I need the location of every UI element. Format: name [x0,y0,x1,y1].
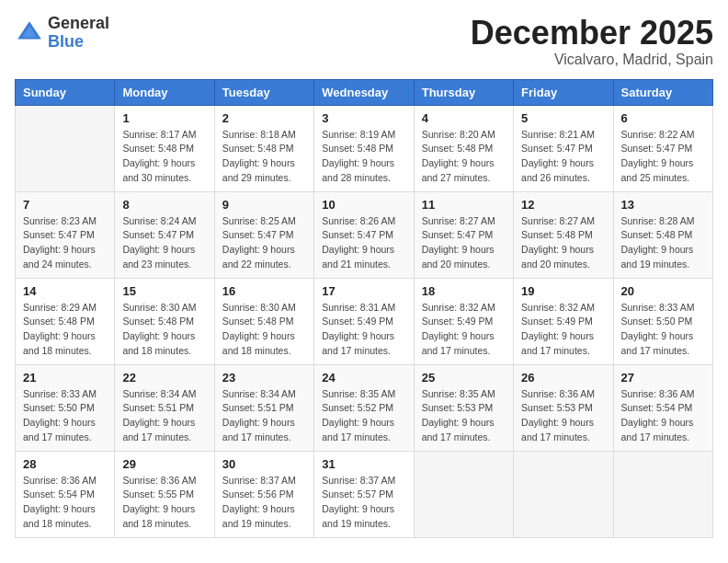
daylight-text-2: and 23 minutes. [122,258,206,272]
calendar-cell: 24Sunrise: 8:35 AMSunset: 5:52 PMDayligh… [314,364,414,451]
daylight-text-2: and 17 minutes. [521,344,605,359]
day-number: 7 [23,198,107,212]
calendar-cell: 9Sunrise: 8:25 AMSunset: 5:47 PMDaylight… [214,191,313,278]
sunset-text: Sunset: 5:47 PM [621,142,705,156]
day-number: 6 [621,111,705,125]
daylight-text-2: and 17 minutes. [422,431,506,445]
calendar-cell: 16Sunrise: 8:30 AMSunset: 5:48 PMDayligh… [214,278,313,364]
calendar-cell: 8Sunrise: 8:24 AMSunset: 5:47 PMDaylight… [115,191,214,278]
day-info: Sunrise: 8:34 AMSunset: 5:51 PMDaylight:… [222,387,306,445]
day-info: Sunrise: 8:33 AMSunset: 5:50 PMDaylight:… [23,387,107,445]
day-number: 23 [222,371,306,385]
calendar-cell: 26Sunrise: 8:36 AMSunset: 5:53 PMDayligh… [514,364,613,451]
logo-blue: Blue [48,33,109,52]
day-number: 19 [521,284,605,298]
sunrise-text: Sunrise: 8:36 AM [23,474,107,488]
logo: General Blue [15,15,109,52]
daylight-text-2: and 17 minutes. [322,431,405,445]
day-number: 27 [621,371,705,385]
day-info: Sunrise: 8:32 AMSunset: 5:49 PMDaylight:… [521,301,605,359]
week-row-2: 7Sunrise: 8:23 AMSunset: 5:47 PMDaylight… [16,191,713,278]
daylight-text: Daylight: 9 hours [422,329,506,344]
sunset-text: Sunset: 5:47 PM [23,228,107,243]
daylight-text: Daylight: 9 hours [521,329,605,344]
sunset-text: Sunset: 5:47 PM [222,228,306,243]
day-number: 17 [322,284,405,298]
sunset-text: Sunset: 5:48 PM [621,228,705,243]
daylight-text-2: and 18 minutes. [122,344,206,359]
daylight-text: Daylight: 9 hours [322,416,405,431]
day-number: 4 [422,111,506,125]
daylight-text-2: and 22 minutes. [222,258,306,272]
daylight-text-2: and 18 minutes. [23,344,107,359]
daylight-text-2: and 17 minutes. [222,431,306,445]
daylight-text-2: and 30 minutes. [122,171,206,186]
calendar-cell: 15Sunrise: 8:30 AMSunset: 5:48 PMDayligh… [115,278,214,364]
day-number: 12 [521,198,605,212]
daylight-text: Daylight: 9 hours [222,156,306,171]
sunrise-text: Sunrise: 8:37 AM [222,474,306,488]
day-number: 3 [322,111,405,125]
logo-text: General Blue [48,15,109,52]
daylight-text: Daylight: 9 hours [122,329,206,344]
daylight-text: Daylight: 9 hours [222,243,306,258]
weekday-header-row: SundayMondayTuesdayWednesdayThursdayFrid… [16,79,713,105]
daylight-text: Daylight: 9 hours [122,243,206,258]
day-number: 14 [23,284,107,298]
daylight-text: Daylight: 9 hours [322,502,405,517]
daylight-text-2: and 17 minutes. [422,344,506,359]
day-info: Sunrise: 8:36 AMSunset: 5:54 PMDaylight:… [23,474,107,532]
calendar-cell [514,451,613,537]
day-info: Sunrise: 8:35 AMSunset: 5:52 PMDaylight:… [322,387,405,445]
day-info: Sunrise: 8:37 AMSunset: 5:57 PMDaylight:… [322,474,405,532]
sunset-text: Sunset: 5:47 PM [122,228,206,243]
weekday-header-friday: Friday [514,79,613,105]
sunset-text: Sunset: 5:54 PM [23,488,107,502]
calendar-cell: 6Sunrise: 8:22 AMSunset: 5:47 PMDaylight… [613,105,712,191]
day-number: 21 [23,371,107,385]
sunset-text: Sunset: 5:48 PM [122,142,206,156]
calendar-cell [613,451,712,537]
day-number: 9 [222,198,306,212]
sunset-text: Sunset: 5:49 PM [422,315,506,329]
week-row-1: 1Sunrise: 8:17 AMSunset: 5:48 PMDaylight… [16,105,713,191]
sunrise-text: Sunrise: 8:34 AM [122,387,206,402]
calendar-cell: 21Sunrise: 8:33 AMSunset: 5:50 PMDayligh… [16,364,115,451]
daylight-text-2: and 17 minutes. [122,431,206,445]
sunrise-text: Sunrise: 8:36 AM [621,387,705,402]
daylight-text-2: and 18 minutes. [222,344,306,359]
day-number: 1 [122,111,206,125]
day-info: Sunrise: 8:27 AMSunset: 5:48 PMDaylight:… [521,214,605,272]
daylight-text: Daylight: 9 hours [122,502,206,517]
sunset-text: Sunset: 5:50 PM [621,315,705,329]
daylight-text-2: and 27 minutes. [422,171,506,186]
sunrise-text: Sunrise: 8:35 AM [322,387,405,402]
weekday-header-saturday: Saturday [613,79,712,105]
day-number: 10 [322,198,405,212]
sunrise-text: Sunrise: 8:24 AM [122,214,206,229]
week-row-5: 28Sunrise: 8:36 AMSunset: 5:54 PMDayligh… [16,451,713,537]
calendar-cell: 20Sunrise: 8:33 AMSunset: 5:50 PMDayligh… [613,278,712,364]
daylight-text-2: and 20 minutes. [521,258,605,272]
sunset-text: Sunset: 5:48 PM [23,315,107,329]
sunset-text: Sunset: 5:49 PM [322,315,405,329]
logo-general: General [48,15,109,33]
calendar-cell: 28Sunrise: 8:36 AMSunset: 5:54 PMDayligh… [16,451,115,537]
day-number: 20 [621,284,705,298]
daylight-text: Daylight: 9 hours [322,156,405,171]
title-block: December 2025 Vicalvaro, Madrid, Spain [471,15,713,68]
day-info: Sunrise: 8:29 AMSunset: 5:48 PMDaylight:… [23,301,107,359]
sunset-text: Sunset: 5:54 PM [621,401,705,416]
daylight-text: Daylight: 9 hours [122,416,206,431]
sunset-text: Sunset: 5:48 PM [222,315,306,329]
sunrise-text: Sunrise: 8:33 AM [621,301,705,316]
daylight-text-2: and 25 minutes. [621,171,705,186]
daylight-text: Daylight: 9 hours [122,156,206,171]
sunset-text: Sunset: 5:47 PM [521,142,605,156]
sunset-text: Sunset: 5:48 PM [322,142,405,156]
day-number: 5 [521,111,605,125]
calendar-cell: 19Sunrise: 8:32 AMSunset: 5:49 PMDayligh… [514,278,613,364]
sunset-text: Sunset: 5:49 PM [521,315,605,329]
day-info: Sunrise: 8:36 AMSunset: 5:54 PMDaylight:… [621,387,705,445]
daylight-text: Daylight: 9 hours [222,416,306,431]
